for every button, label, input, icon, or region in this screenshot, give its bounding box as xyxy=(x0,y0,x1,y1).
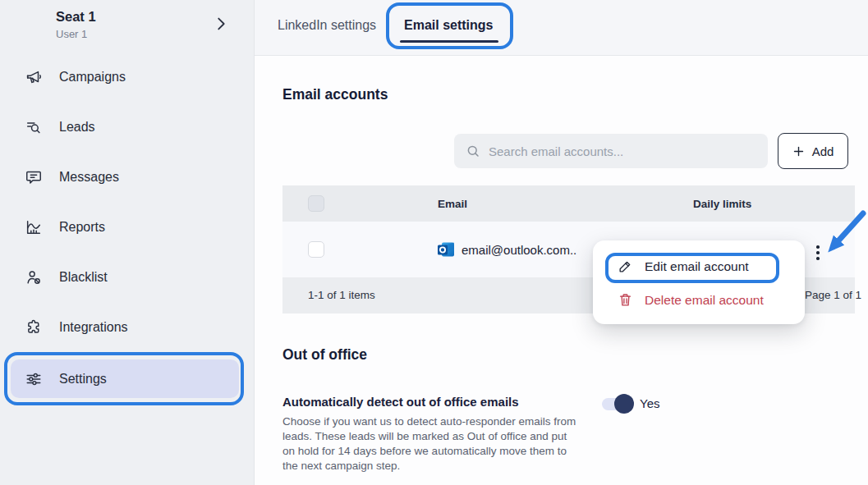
row-checkbox[interactable] xyxy=(308,241,324,258)
sidebar-item-label: Settings xyxy=(59,372,107,387)
kebab-menu-icon[interactable] xyxy=(811,244,824,262)
sliders-icon xyxy=(25,370,43,388)
sidebar-item-campaigns[interactable]: Campaigns xyxy=(0,59,255,95)
page-indicator: Page 1 of 1 xyxy=(805,289,861,301)
auto-detect-description: Choose if you want us to detect auto-res… xyxy=(282,414,576,474)
table-header: Email Daily limits xyxy=(282,185,855,222)
toggle-value-label: Yes xyxy=(640,396,659,410)
plus-icon xyxy=(792,145,805,158)
outlook-icon xyxy=(436,240,456,259)
sidebar-item-label: Messages xyxy=(59,170,119,185)
active-tab-underline xyxy=(400,40,498,43)
search-input[interactable] xyxy=(489,144,751,158)
blocked-user-icon xyxy=(25,268,43,286)
edit-pencil-icon xyxy=(618,259,633,274)
tab-email-settings[interactable]: Email settings xyxy=(404,18,493,33)
sidebar-item-integrations[interactable]: Integrations xyxy=(0,309,255,345)
tab-linkedin-settings[interactable]: LinkedIn settings xyxy=(278,18,376,33)
sidebar-item-label: Campaigns xyxy=(59,70,126,85)
trash-icon xyxy=(618,292,633,308)
add-button-label: Add xyxy=(812,144,834,158)
sidebar-item-label: Integrations xyxy=(59,320,128,335)
message-bubble-icon xyxy=(25,168,43,186)
app-window: Seat 1 User 1 Campaigns Leads xyxy=(0,0,868,485)
lead-search-icon xyxy=(25,118,43,136)
menu-item-edit-email-account[interactable]: Edit email account xyxy=(618,259,749,274)
auto-detect-toggle[interactable] xyxy=(602,398,633,410)
menu-item-label: Edit email account xyxy=(645,259,749,274)
megaphone-icon xyxy=(25,68,43,86)
chart-icon xyxy=(25,218,43,236)
sidebar-item-label: Blacklist xyxy=(59,270,108,285)
sidebar-item-label: Reports xyxy=(59,220,105,235)
menu-item-label: Delete email account xyxy=(645,293,764,308)
row-context-menu: Edit email account Delete email account xyxy=(593,240,805,324)
puzzle-icon xyxy=(25,318,43,336)
sidebar-item-settings[interactable]: Settings xyxy=(11,359,239,398)
sidebar: Seat 1 User 1 Campaigns Leads xyxy=(0,0,255,485)
sidebar-item-blacklist[interactable]: Blacklist xyxy=(0,259,255,295)
sidebar-item-messages[interactable]: Messages xyxy=(0,159,255,195)
seat-selector[interactable]: Seat 1 User 1 xyxy=(56,9,96,40)
toggle-knob xyxy=(614,394,634,414)
column-header-daily-limits: Daily limits xyxy=(693,198,751,210)
out-of-office-title: Out of office xyxy=(282,346,367,364)
tab-bar: LinkedIn settings Email settings xyxy=(255,0,868,56)
column-header-email: Email xyxy=(438,198,467,210)
sidebar-item-leads[interactable]: Leads xyxy=(0,109,255,145)
row-email-address: email@outlook.com.. xyxy=(462,243,576,257)
select-all-checkbox[interactable] xyxy=(308,195,324,212)
sidebar-item-reports[interactable]: Reports xyxy=(0,209,255,245)
auto-detect-label: Automatically detect out of office email… xyxy=(282,395,519,409)
sidebar-nav: Campaigns Leads Messages Reports xyxy=(0,59,255,398)
menu-item-delete-email-account[interactable]: Delete email account xyxy=(618,292,764,308)
seat-title: Seat 1 xyxy=(56,9,96,25)
seat-subtitle: User 1 xyxy=(56,28,96,40)
section-title: Email accounts xyxy=(282,86,388,103)
search-icon xyxy=(466,144,480,158)
add-button[interactable]: Add xyxy=(778,133,848,169)
items-count: 1-1 of 1 items xyxy=(308,289,375,301)
search-box xyxy=(454,134,768,168)
sidebar-item-label: Leads xyxy=(59,120,95,135)
chevron-right-icon[interactable] xyxy=(212,15,230,33)
